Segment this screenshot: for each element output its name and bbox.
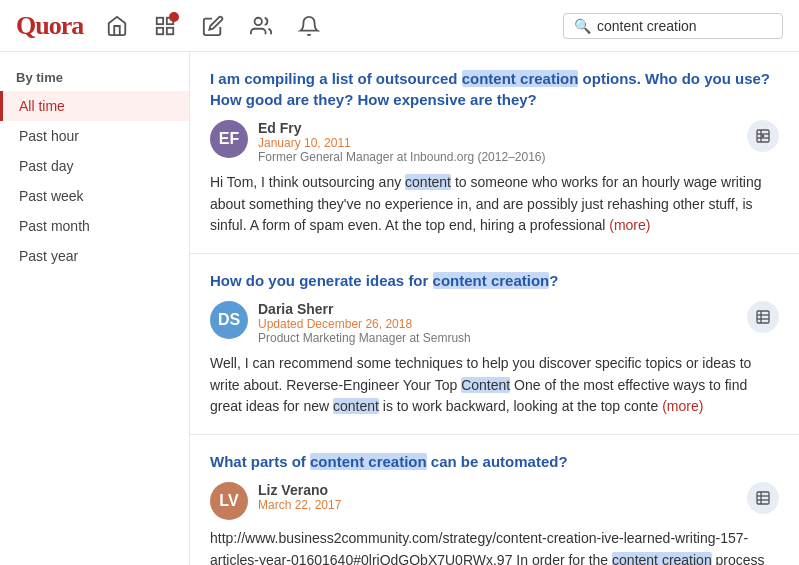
author-title: Former General Manager at Inbound.org (2… [258,150,737,164]
list-icon[interactable] [151,12,179,40]
answer-text: Hi Tom, I think outsourcing any content … [210,172,779,237]
svg-rect-2 [157,27,163,33]
author-info: Liz Verano March 22, 2017 [258,482,737,512]
author-name[interactable]: Daria Sherr [258,301,737,317]
svg-rect-10 [757,311,769,323]
notification-badge [169,12,179,22]
action-button[interactable] [747,482,779,514]
svg-point-4 [255,17,262,24]
author-name[interactable]: Liz Verano [258,482,737,498]
highlight: content creation [462,70,579,87]
avatar: LV [210,482,248,520]
svg-rect-3 [167,27,173,33]
author-row: LV Liz Verano March 22, 2017 [210,482,779,520]
action-button[interactable] [747,301,779,333]
sidebar-item-past-hour[interactable]: Past hour [0,121,189,151]
main-layout: By time All time Past hour Past day Past… [0,52,799,565]
edit-icon[interactable] [199,12,227,40]
svg-rect-14 [757,492,769,504]
answer-text: Well, I can recommend some techniques to… [210,353,779,418]
search-icon: 🔍 [574,18,591,34]
highlight: content [333,398,379,414]
highlight: content creation [310,453,427,470]
question-title[interactable]: How do you generate ideas for content cr… [210,270,779,291]
question-title[interactable]: I am compiling a list of outsourced cont… [210,68,779,110]
author-date: March 22, 2017 [258,498,737,512]
logo[interactable]: Quora [16,11,83,41]
more-link[interactable]: (more) [609,217,650,233]
answer-card: What parts of content creation can be au… [190,435,799,565]
bell-icon[interactable] [295,12,323,40]
answer-card: How do you generate ideas for content cr… [190,254,799,435]
people-icon[interactable] [247,12,275,40]
author-date: January 10, 2011 [258,136,737,150]
sidebar-item-past-month[interactable]: Past month [0,211,189,241]
author-info: Ed Fry January 10, 2011 Former General M… [258,120,737,164]
sidebar-section-title: By time [0,64,189,91]
svg-point-9 [762,135,765,138]
highlight: content creation [433,272,550,289]
highlight: Content [461,377,510,393]
author-name[interactable]: Ed Fry [258,120,737,136]
author-info: Daria Sherr Updated December 26, 2018 Pr… [258,301,737,345]
author-title: Product Marketing Manager at Semrush [258,331,737,345]
header: Quora [0,0,799,52]
more-link[interactable]: (more) [662,398,703,414]
svg-rect-0 [157,17,163,23]
sidebar-item-past-year[interactable]: Past year [0,241,189,271]
sidebar-item-past-day[interactable]: Past day [0,151,189,181]
action-button[interactable] [747,120,779,152]
sidebar-item-past-week[interactable]: Past week [0,181,189,211]
highlight: content creation [612,552,712,565]
home-icon[interactable] [103,12,131,40]
avatar: EF [210,120,248,158]
answer-text: http://www.business2community.com/strate… [210,528,779,565]
nav-icons [103,12,543,40]
highlight: content [405,174,451,190]
content-area: I am compiling a list of outsourced cont… [190,52,799,565]
author-date: Updated December 26, 2018 [258,317,737,331]
avatar: DS [210,301,248,339]
search-input[interactable] [597,18,772,34]
answer-card: I am compiling a list of outsourced cont… [190,52,799,254]
sidebar-item-all-time[interactable]: All time [0,91,189,121]
question-title[interactable]: What parts of content creation can be au… [210,451,779,472]
author-row: EF Ed Fry January 10, 2011 Former Genera… [210,120,779,164]
author-row: DS Daria Sherr Updated December 26, 2018… [210,301,779,345]
sidebar: By time All time Past hour Past day Past… [0,52,190,565]
search-box[interactable]: 🔍 [563,13,783,39]
